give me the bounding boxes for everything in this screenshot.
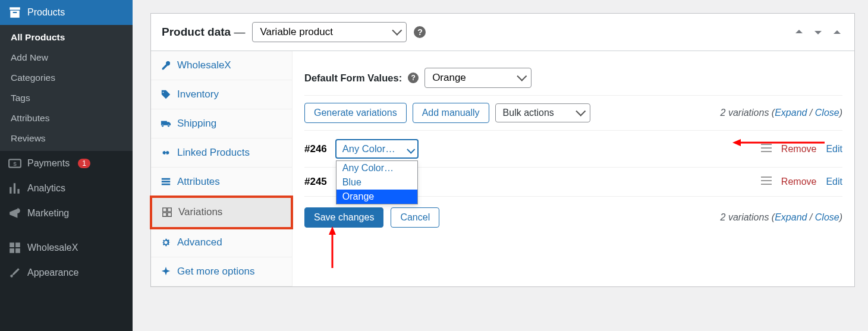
cancel-button[interactable]: Cancel xyxy=(391,207,439,228)
panel-body: WholesaleX Inventory Shipping Linked Pro… xyxy=(151,51,854,286)
edit-link[interactable]: Edit xyxy=(826,144,842,155)
expand-link[interactable]: Expand xyxy=(775,212,807,222)
card-icon: $ xyxy=(8,157,21,170)
product-tabs: WholesaleX Inventory Shipping Linked Pro… xyxy=(151,51,293,286)
variation-row: #246 Any Color… Any Color… Blue Orange xyxy=(304,131,842,168)
truck-icon xyxy=(161,118,171,129)
variation-actions: Remove Edit xyxy=(761,176,842,187)
tab-get-more[interactable]: Get more options xyxy=(151,257,292,286)
drag-handle-icon[interactable] xyxy=(761,176,772,187)
main-content: Product data — Variable product ? Wholes… xyxy=(133,0,868,331)
svg-marker-3 xyxy=(732,139,741,146)
attribute-dropdown: Any Color… Blue Orange xyxy=(336,160,418,204)
sidebar-item-tags[interactable]: Tags xyxy=(0,88,133,108)
variation-id: #246 xyxy=(304,143,327,155)
remove-link[interactable]: Remove xyxy=(781,176,817,187)
sidebar-item-payments[interactable]: $ Payments 1 xyxy=(0,151,133,176)
sidebar-item-reviews[interactable]: Reviews xyxy=(0,128,133,149)
variation-attribute-select[interactable]: Any Color… Any Color… Blue Orange xyxy=(335,139,419,159)
actions-row: Generate variations Add manually Bulk ac… xyxy=(304,96,842,131)
sidebar-label: Payments xyxy=(27,158,70,169)
dropdown-option-blue[interactable]: Blue xyxy=(336,175,417,190)
product-type-select[interactable]: Variable product xyxy=(252,22,407,42)
sidebar-label: WholesaleX xyxy=(27,242,78,253)
gear-icon xyxy=(161,237,171,248)
dropdown-option-any[interactable]: Any Color… xyxy=(336,161,417,175)
chart-bar-icon xyxy=(8,182,21,195)
bulk-actions-select[interactable]: Bulk actions xyxy=(495,103,590,122)
tab-shipping[interactable]: Shipping xyxy=(151,109,292,138)
sidebar-item-analytics[interactable]: Analytics xyxy=(0,176,133,201)
drag-handle-icon[interactable] xyxy=(761,144,772,155)
variation-id: #245 xyxy=(304,176,327,188)
tab-inventory[interactable]: Inventory xyxy=(151,80,292,109)
panel-header: Product data — Variable product ? xyxy=(151,14,854,51)
admin-sidebar: Products All Products Add New Categories… xyxy=(0,0,133,331)
dropdown-option-orange[interactable]: Orange xyxy=(336,190,417,204)
sidebar-item-wholesalex[interactable]: WholesaleX xyxy=(0,235,133,260)
sidebar-item-appearance[interactable]: Appearance xyxy=(0,260,133,285)
sidebar-item-products[interactable]: Products xyxy=(0,0,133,25)
sidebar-label: Products xyxy=(27,7,65,18)
move-down-icon[interactable] xyxy=(812,26,825,39)
collapse-icon[interactable] xyxy=(831,26,844,39)
close-link[interactable]: Close xyxy=(815,108,839,118)
tag-icon xyxy=(161,89,171,100)
save-changes-button[interactable]: Save changes xyxy=(304,207,383,228)
move-up-icon[interactable] xyxy=(792,26,806,39)
remove-link[interactable]: Remove xyxy=(781,144,817,155)
variations-count: 2 variations (Expand / Close) xyxy=(721,108,842,118)
link-icon xyxy=(161,147,171,158)
highlight-annotation: Variations xyxy=(150,196,293,229)
expand-link[interactable]: Expand xyxy=(775,108,807,118)
svg-text:$: $ xyxy=(13,160,17,167)
svg-marker-5 xyxy=(329,226,336,235)
archive-icon xyxy=(8,6,21,19)
tab-advanced[interactable]: Advanced xyxy=(151,228,292,257)
products-submenu: All Products Add New Categories Tags Att… xyxy=(0,25,133,151)
megaphone-icon xyxy=(8,207,21,220)
brush-icon xyxy=(8,266,21,279)
generate-variations-button[interactable]: Generate variations xyxy=(304,103,407,123)
help-icon[interactable]: ? xyxy=(408,72,419,83)
sidebar-label: Appearance xyxy=(27,267,78,278)
close-link[interactable]: Close xyxy=(815,212,839,222)
variations-count: 2 variations (Expand / Close) xyxy=(721,212,842,223)
tab-variations[interactable]: Variations xyxy=(152,198,291,227)
default-form-select[interactable]: Orange xyxy=(424,68,532,88)
product-data-panel: Product data — Variable product ? Wholes… xyxy=(150,13,855,287)
default-form-row: Default Form Values: ? Orange xyxy=(304,61,842,96)
grid-icon xyxy=(8,241,21,254)
grid-small-icon xyxy=(162,207,172,217)
edit-link[interactable]: Edit xyxy=(826,176,842,187)
sidebar-item-marketing[interactable]: Marketing xyxy=(0,201,133,226)
sidebar-item-add-new[interactable]: Add New xyxy=(0,48,133,68)
tab-wholesalex[interactable]: WholesaleX xyxy=(151,51,292,80)
panel-controls xyxy=(792,26,844,39)
help-icon[interactable]: ? xyxy=(414,26,426,38)
sidebar-label: Analytics xyxy=(27,183,65,194)
sidebar-item-all-products[interactable]: All Products xyxy=(0,27,133,48)
default-form-label: Default Form Values: xyxy=(304,72,402,84)
list-icon xyxy=(161,176,171,187)
tab-attributes[interactable]: Attributes xyxy=(151,168,292,197)
arrow-annotation-icon xyxy=(328,226,336,268)
sidebar-item-attributes[interactable]: Attributes xyxy=(0,108,133,128)
add-manually-button[interactable]: Add manually xyxy=(413,103,489,123)
tab-linked-products[interactable]: Linked Products xyxy=(151,138,292,168)
variation-actions: Remove Edit xyxy=(761,144,842,155)
badge-count: 1 xyxy=(78,159,90,168)
sparkle-icon xyxy=(161,266,171,277)
sidebar-label: Marketing xyxy=(27,208,69,219)
panel-title: Product data — xyxy=(162,26,245,39)
wrench-icon xyxy=(161,60,171,71)
variations-content: Default Form Values: ? Orange Generate v… xyxy=(293,51,854,286)
sidebar-item-categories[interactable]: Categories xyxy=(0,68,133,88)
